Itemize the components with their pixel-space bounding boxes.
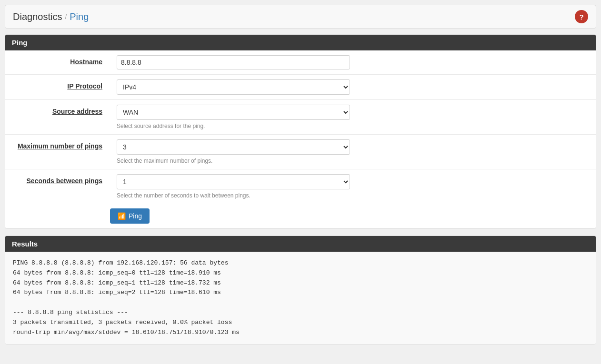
help-button[interactable]: ? <box>575 10 588 23</box>
seconds-between-row: Seconds between pings 1 2 3 5 Select the… <box>5 169 596 204</box>
source-address-select[interactable]: WAN LAN <box>117 105 350 120</box>
ping-config-card: Ping Hostname IP Protocol IPv4 <box>5 34 596 229</box>
max-pings-row: Maximum number of pings 1 2 3 4 5 10 Sel… <box>5 135 596 169</box>
seconds-between-hint: Select the number of seconds to wait bet… <box>117 192 589 199</box>
hostname-row: Hostname <box>5 50 596 75</box>
ping-form-table: Hostname IP Protocol IPv4 IPv6 <box>5 50 596 204</box>
hostname-input[interactable] <box>117 55 350 69</box>
hostname-label: Hostname <box>70 58 102 66</box>
ip-protocol-row: IP Protocol IPv4 IPv6 <box>5 75 596 100</box>
source-address-label: Source address <box>52 108 102 115</box>
ip-protocol-label: IP Protocol <box>67 82 102 90</box>
hostname-label-cell: Hostname <box>5 50 110 75</box>
seconds-between-label: Seconds between pings <box>27 177 102 185</box>
max-pings-label: Maximum number of pings <box>18 142 102 150</box>
breadcrumb-separator: / <box>65 13 67 20</box>
max-pings-select[interactable]: 1 2 3 4 5 10 <box>117 139 350 155</box>
seconds-between-select[interactable]: 1 2 3 5 <box>117 174 350 189</box>
breadcrumb-current: Ping <box>70 11 89 22</box>
ping-button[interactable]: 📶 Ping <box>110 208 150 224</box>
max-pings-label-cell: Maximum number of pings <box>5 135 110 169</box>
ip-protocol-select[interactable]: IPv4 IPv6 <box>117 79 350 95</box>
source-address-row: Source address WAN LAN Select source add… <box>5 100 596 135</box>
results-card-header: Results <box>5 236 596 252</box>
seconds-between-control-cell: 1 2 3 5 Select the number of seconds to … <box>110 169 596 204</box>
ping-card-header: Ping <box>5 35 596 50</box>
ip-protocol-label-cell: IP Protocol <box>5 75 110 100</box>
source-address-hint: Select source address for the ping. <box>117 123 589 129</box>
breadcrumb-bar: Diagnostics / Ping ? <box>5 5 596 29</box>
ping-wifi-icon: 📶 <box>118 212 126 220</box>
source-address-label-cell: Source address <box>5 100 110 135</box>
ip-protocol-control-cell: IPv4 IPv6 <box>110 75 596 100</box>
hostname-control-cell <box>110 50 596 75</box>
breadcrumb-parent: Diagnostics <box>13 11 62 22</box>
source-address-control-cell: WAN LAN Select source address for the pi… <box>110 100 596 135</box>
max-pings-hint: Select the maximum number of pings. <box>117 157 589 164</box>
max-pings-control-cell: 1 2 3 4 5 10 Select the maximum number o… <box>110 135 596 169</box>
results-card: Results PING 8.8.8.8 (8.8.8.8) from 192.… <box>5 236 596 344</box>
ping-button-label: Ping <box>129 212 142 220</box>
seconds-between-label-cell: Seconds between pings <box>5 169 110 204</box>
results-content: PING 8.8.8.8 (8.8.8.8) from 192.168.120.… <box>5 252 596 344</box>
